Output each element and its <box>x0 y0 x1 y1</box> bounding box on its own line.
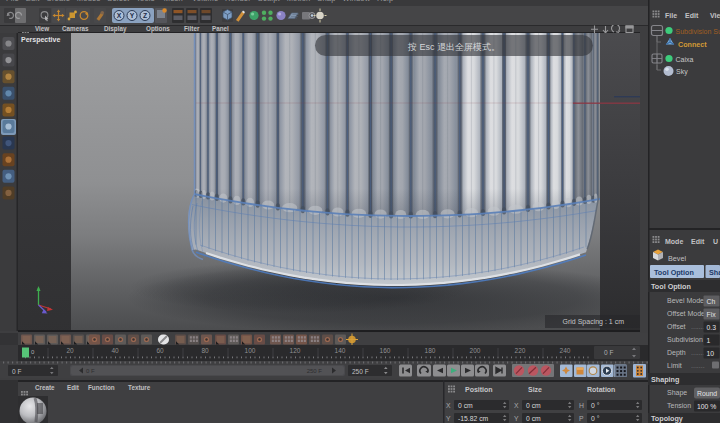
svg-text:0 cm: 0 cm <box>458 402 473 409</box>
svg-text:0 °: 0 ° <box>591 415 600 422</box>
svg-text:Vie: Vie <box>710 12 720 19</box>
svg-text:0 F: 0 F <box>604 349 613 356</box>
svg-text:.......: ....... <box>691 362 705 369</box>
svg-text:-15.82 cm: -15.82 cm <box>458 415 489 422</box>
svg-text:220: 220 <box>515 347 526 354</box>
svg-text:Tool Option: Tool Option <box>654 268 694 277</box>
svg-text:Size: Size <box>528 386 542 393</box>
svg-text:0 °: 0 ° <box>591 402 600 409</box>
svg-text:X: X <box>514 402 519 409</box>
svg-text:Depth: Depth <box>667 349 686 357</box>
svg-text:Edit: Edit <box>691 238 705 245</box>
svg-text:Subdivision: Subdivision <box>667 336 703 343</box>
svg-text:80: 80 <box>201 347 209 354</box>
svg-text:Offset Mode: Offset Mode <box>667 310 705 317</box>
svg-text:Bevel Mode: Bevel Mode <box>667 297 704 304</box>
svg-text:0 F: 0 F <box>12 368 21 375</box>
svg-text:Shape: Shape <box>667 389 687 397</box>
svg-text:Offset: Offset <box>667 323 686 330</box>
svg-text:0 cm: 0 cm <box>526 415 541 422</box>
svg-text:160: 160 <box>380 347 391 354</box>
svg-text:Limit: Limit <box>667 362 682 369</box>
svg-text:0.3: 0.3 <box>707 324 717 331</box>
svg-text:Position: Position <box>465 386 493 393</box>
svg-text:H: H <box>579 402 584 409</box>
svg-text:Ch: Ch <box>707 298 716 305</box>
svg-text:0 F: 0 F <box>86 368 95 374</box>
svg-text:100 %: 100 % <box>697 403 716 410</box>
svg-text:240: 240 <box>560 347 571 354</box>
svg-text:250 F: 250 F <box>307 368 323 374</box>
svg-text:Mode: Mode <box>665 238 683 245</box>
svg-text:File: File <box>665 12 677 19</box>
svg-text:Tool Option: Tool Option <box>651 282 691 291</box>
svg-text:.......: ....... <box>691 349 705 356</box>
svg-text:Subdivision Su: Subdivision Su <box>676 28 720 35</box>
svg-text:Fix: Fix <box>707 311 717 318</box>
svg-text:P: P <box>579 415 584 422</box>
svg-text:U: U <box>713 238 718 245</box>
svg-text:0 cm: 0 cm <box>526 402 541 409</box>
svg-text:250 F: 250 F <box>352 368 369 375</box>
svg-text:60: 60 <box>156 347 164 354</box>
svg-text:Rotation: Rotation <box>587 386 615 393</box>
svg-text:180: 180 <box>425 347 436 354</box>
svg-text:按 Esc 退出全屏模式。: 按 Esc 退出全屏模式。 <box>407 42 500 52</box>
svg-text:200: 200 <box>470 347 481 354</box>
svg-text:140: 140 <box>335 347 346 354</box>
svg-text:Bevel: Bevel <box>668 254 686 263</box>
svg-text:40: 40 <box>111 347 119 354</box>
svg-text:Round: Round <box>697 390 717 397</box>
svg-text:Connect: Connect <box>678 40 707 49</box>
svg-text:Shap: Shap <box>709 268 720 277</box>
svg-text:Edit: Edit <box>685 12 699 19</box>
svg-text:120: 120 <box>290 347 301 354</box>
svg-text:Caixa: Caixa <box>676 56 694 63</box>
svg-text:Y: Y <box>446 415 451 422</box>
svg-text:Shaping: Shaping <box>651 375 679 384</box>
svg-text:1: 1 <box>707 337 711 344</box>
svg-text:Y: Y <box>514 415 519 422</box>
svg-text:Grid Spacing : 1 cm: Grid Spacing : 1 cm <box>563 318 625 326</box>
svg-text:Tension: Tension <box>667 402 691 409</box>
svg-text:X: X <box>446 402 451 409</box>
svg-text:Topology: Topology <box>651 414 683 423</box>
svg-text:Z: Z <box>143 12 147 19</box>
svg-text:100: 100 <box>245 347 256 354</box>
svg-text:Sky: Sky <box>676 68 688 76</box>
svg-text:Y: Y <box>130 12 135 19</box>
svg-text:10: 10 <box>707 350 715 357</box>
svg-text:20: 20 <box>66 347 74 354</box>
svg-text:X: X <box>117 12 122 19</box>
svg-text:.......: ....... <box>691 323 705 330</box>
